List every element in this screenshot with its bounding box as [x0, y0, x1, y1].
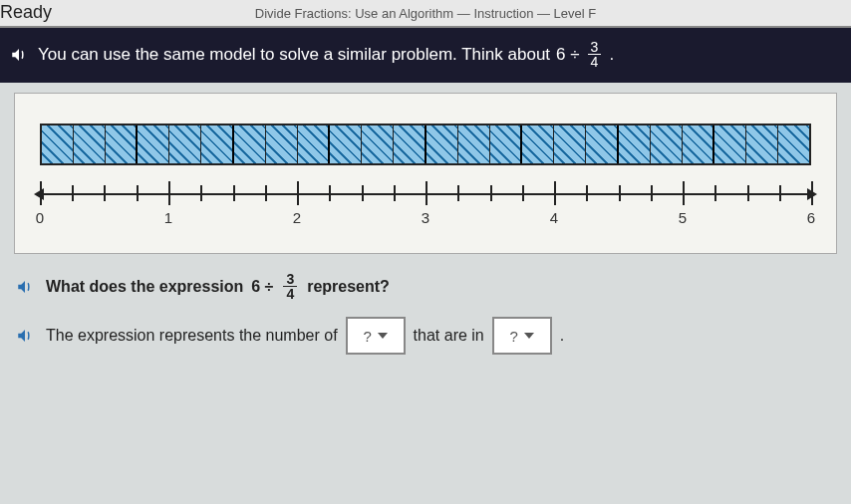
bar-cell	[746, 126, 778, 163]
bar-cell	[683, 126, 715, 163]
prompt-lead: You can use the same model to solve a si…	[38, 45, 550, 65]
tick-label: 2	[293, 209, 301, 226]
chevron-down-icon	[524, 333, 534, 339]
tick-minor	[522, 185, 524, 201]
bar-cell	[169, 126, 201, 163]
bar-cell	[138, 126, 169, 163]
tick-major	[297, 181, 299, 205]
fraction-denominator: 4	[283, 287, 297, 301]
bar-cell	[458, 126, 490, 163]
bar-model	[40, 124, 811, 165]
tick-minor	[137, 185, 139, 201]
tick-major	[683, 181, 685, 205]
bar-cell	[522, 126, 554, 163]
number-line: 0123456	[40, 183, 811, 233]
tick-minor	[714, 185, 716, 201]
q1-tail: represent?	[307, 278, 390, 296]
tick-major	[426, 181, 427, 205]
tick-minor	[329, 185, 331, 201]
tick-major	[811, 181, 813, 205]
brand-label: Ready	[0, 2, 52, 23]
fraction-numerator: 3	[283, 272, 297, 287]
tick-minor	[586, 185, 588, 201]
tick-label: 1	[164, 209, 172, 226]
bar-cell	[394, 126, 426, 163]
q2-mid: that are in	[414, 327, 484, 345]
bar-cell	[490, 126, 523, 163]
tick-minor	[619, 185, 621, 201]
lesson-title: Divide Fractions: Use an Algorithm — Ins…	[255, 6, 596, 21]
bar-cell	[234, 126, 266, 163]
tick-minor	[779, 185, 781, 201]
bar-cell	[362, 126, 394, 163]
bar-cell	[586, 126, 619, 163]
tick-minor	[72, 185, 74, 201]
bar-cell	[426, 126, 458, 163]
tick-label: 0	[36, 209, 44, 226]
chevron-down-icon	[378, 333, 388, 339]
tick-minor	[394, 185, 396, 201]
bar-cell	[266, 126, 298, 163]
header: Ready Divide Fractions: Use an Algorithm…	[0, 0, 851, 28]
tick-label: 4	[550, 209, 558, 226]
prompt-expr-left: 6 ÷	[556, 45, 580, 65]
prompt-tail: .	[609, 45, 614, 65]
bar-cell	[778, 126, 809, 163]
q1-expr-left: 6 ÷	[251, 278, 273, 296]
tick-minor	[265, 185, 267, 201]
bar-cell	[74, 126, 106, 163]
tick-major	[168, 181, 170, 205]
instruction-banner: You can use the same model to solve a si…	[0, 28, 851, 83]
bar-cell	[651, 126, 683, 163]
tick-minor	[200, 185, 202, 201]
audio-icon[interactable]	[16, 278, 34, 296]
fraction-denominator: 4	[588, 55, 602, 69]
tick-minor	[233, 185, 235, 201]
audio-icon[interactable]	[16, 327, 34, 345]
tick-label: 3	[422, 209, 429, 226]
bar-cell	[554, 126, 586, 163]
bar-cell	[42, 126, 74, 163]
dropdown-2[interactable]: ?	[492, 317, 552, 355]
bar-cell	[201, 126, 234, 163]
bar-cell	[298, 126, 331, 163]
q2-lead: The expression represents the number of	[46, 327, 338, 345]
tick-minor	[362, 185, 364, 201]
tick-minor	[490, 185, 492, 201]
bar-cell	[106, 126, 139, 163]
tick-minor	[651, 185, 653, 201]
q2-tail: .	[560, 327, 564, 345]
tick-major	[554, 181, 556, 205]
tick-minor	[457, 185, 459, 201]
model-panel: 0123456	[14, 93, 837, 254]
fraction-numerator: 3	[588, 40, 602, 55]
tick-minor	[104, 185, 106, 201]
tick-label: 6	[807, 209, 815, 226]
audio-icon[interactable]	[10, 46, 28, 64]
tick-label: 5	[679, 209, 687, 226]
tick-minor	[747, 185, 749, 201]
bar-cell	[330, 126, 362, 163]
bar-cell	[714, 126, 746, 163]
dropdown-2-value: ?	[510, 328, 518, 345]
dropdown-1-value: ?	[363, 328, 371, 345]
bar-cell	[619, 126, 651, 163]
question-1: What does the expression 6 ÷ 3 4 represe…	[0, 264, 851, 309]
prompt-fraction: 3 4	[588, 40, 602, 69]
q1-fraction: 3 4	[283, 272, 297, 301]
q1-lead: What does the expression	[46, 278, 243, 296]
tick-major	[40, 181, 42, 205]
question-2: The expression represents the number of …	[0, 309, 851, 363]
dropdown-1[interactable]: ?	[346, 317, 406, 355]
